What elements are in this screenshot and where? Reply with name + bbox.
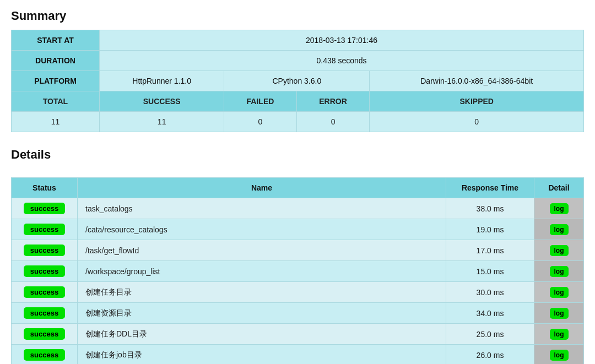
- start-at-value: 2018-03-13 17:01:46: [100, 30, 584, 51]
- table-row: success task_catalogs 38.0 ms log: [12, 198, 584, 219]
- name-cell: /cata/resource_catalogs: [78, 219, 446, 240]
- status-badge: success: [24, 265, 65, 277]
- success-label: SUCCESS: [100, 91, 224, 112]
- details-header-row: Status Name Response Time Detail: [12, 178, 584, 198]
- total-value: 11: [12, 112, 100, 132]
- status-cell: success: [12, 240, 78, 261]
- response-time-cell: 19.0 ms: [446, 219, 534, 240]
- name-cell: 创建资源目录: [78, 303, 446, 324]
- name-cell: 创建任务DDL目录: [78, 324, 446, 345]
- log-button[interactable]: log: [550, 266, 569, 277]
- failed-label: FAILED: [224, 91, 296, 112]
- response-time-cell: 30.0 ms: [446, 282, 534, 303]
- col-detail: Detail: [534, 178, 584, 198]
- table-row: success /cata/resource_catalogs 19.0 ms …: [12, 219, 584, 240]
- name-cell: 创建任务目录: [78, 282, 446, 303]
- detail-cell[interactable]: log: [534, 345, 584, 365]
- status-badge: success: [24, 328, 65, 340]
- status-badge: success: [24, 349, 65, 361]
- log-button[interactable]: log: [550, 350, 569, 361]
- duration-label: DURATION: [12, 51, 100, 71]
- failed-value: 0: [224, 112, 296, 132]
- status-cell: success: [12, 261, 78, 282]
- col-name: Name: [78, 178, 446, 198]
- details-title: Details: [11, 148, 584, 162]
- table-row: success /task/get_flowId 17.0 ms log: [12, 240, 584, 261]
- status-badge: success: [24, 224, 65, 235]
- response-time-cell: 26.0 ms: [446, 345, 534, 365]
- start-at-label: START AT: [12, 30, 100, 51]
- platform-v1: CPython 3.6.0: [224, 71, 370, 91]
- response-time-cell: 25.0 ms: [446, 324, 534, 345]
- detail-cell[interactable]: log: [534, 324, 584, 345]
- name-cell: /workspace/group_list: [78, 261, 446, 282]
- detail-cell[interactable]: log: [534, 303, 584, 324]
- response-time-cell: 34.0 ms: [446, 303, 534, 324]
- status-badge: success: [24, 286, 65, 298]
- table-row: success 创建任务目录 30.0 ms log: [12, 282, 584, 303]
- log-button[interactable]: log: [550, 287, 569, 298]
- log-button[interactable]: log: [550, 308, 569, 319]
- name-cell: 创建任务job目录: [78, 345, 446, 365]
- success-value: 11: [100, 112, 224, 132]
- table-row: success 创建任务DDL目录 25.0 ms log: [12, 324, 584, 345]
- error-label: ERROR: [296, 91, 370, 112]
- status-cell: success: [12, 282, 78, 303]
- detail-cell[interactable]: log: [534, 219, 584, 240]
- status-cell: success: [12, 345, 78, 365]
- status-cell: success: [12, 303, 78, 324]
- table-row: success 创建资源目录 34.0 ms log: [12, 303, 584, 324]
- col-response-time: Response Time: [446, 178, 534, 198]
- skipped-label: SKIPPED: [370, 91, 584, 112]
- detail-cell[interactable]: log: [534, 282, 584, 303]
- detail-cell[interactable]: log: [534, 240, 584, 261]
- detail-cell[interactable]: log: [534, 261, 584, 282]
- duration-value: 0.438 seconds: [100, 51, 584, 71]
- log-button[interactable]: log: [550, 224, 569, 235]
- status-badge: success: [24, 203, 65, 214]
- status-cell: success: [12, 219, 78, 240]
- status-badge: success: [24, 307, 65, 319]
- platform-v2: Darwin-16.0.0-x86_64-i386-64bit: [370, 71, 584, 91]
- log-button[interactable]: log: [550, 203, 569, 214]
- response-time-cell: 17.0 ms: [446, 240, 534, 261]
- platform-label: PLATFORM: [12, 71, 100, 91]
- name-cell: task_catalogs: [78, 198, 446, 219]
- status-badge: success: [24, 245, 65, 256]
- log-button[interactable]: log: [550, 245, 569, 256]
- summary-table: START AT 2018-03-13 17:01:46 DURATION 0.…: [11, 30, 584, 132]
- platform-v0: HttpRunner 1.1.0: [100, 71, 224, 91]
- table-row: success /workspace/group_list 15.0 ms lo…: [12, 261, 584, 282]
- col-status: Status: [12, 178, 78, 198]
- log-button[interactable]: log: [550, 329, 569, 340]
- response-time-cell: 38.0 ms: [446, 198, 534, 219]
- detail-cell[interactable]: log: [534, 198, 584, 219]
- summary-title: Summary: [11, 9, 584, 23]
- details-table: Status Name Response Time Detail success…: [11, 177, 584, 364]
- error-value: 0: [296, 112, 370, 132]
- total-label: TOTAL: [12, 91, 100, 112]
- response-time-cell: 15.0 ms: [446, 261, 534, 282]
- skipped-value: 0: [370, 112, 584, 132]
- status-cell: success: [12, 198, 78, 219]
- name-cell: /task/get_flowId: [78, 240, 446, 261]
- table-row: success 创建任务job目录 26.0 ms log: [12, 345, 584, 365]
- status-cell: success: [12, 324, 78, 345]
